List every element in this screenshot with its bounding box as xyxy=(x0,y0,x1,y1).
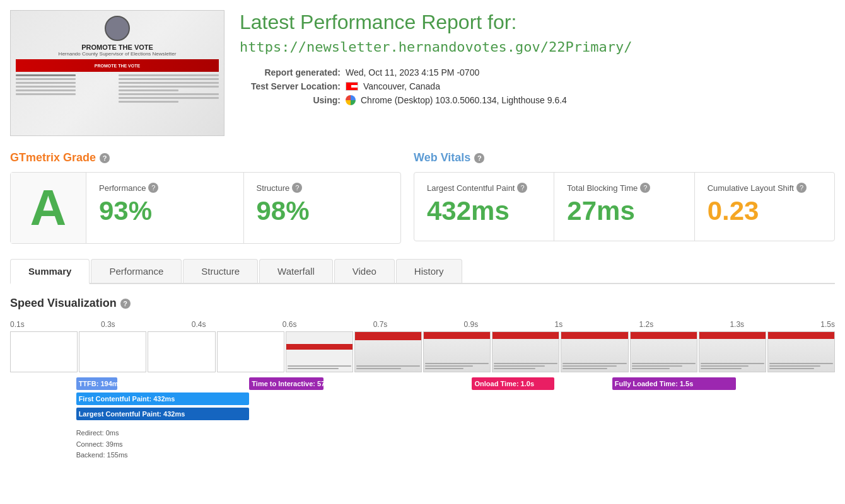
tab-structure[interactable]: Structure xyxy=(183,259,258,283)
webvitals-help-icon[interactable]: ? xyxy=(474,153,484,163)
report-location-row: Test Server Location: Vancouver, Canada xyxy=(240,81,835,91)
tl-07: 0.7s xyxy=(373,320,388,329)
grade-letter: A xyxy=(30,183,67,233)
redirect-detail: Redirect: 0ms xyxy=(76,428,128,439)
thumb-frame-2 xyxy=(79,331,146,372)
thumb-frame-7 xyxy=(423,331,491,372)
thumb-frame-4 xyxy=(217,331,284,372)
report-generated-row: Report generated: Wed, Oct 11, 2023 4:15… xyxy=(240,67,835,77)
tbt-label: Total Blocking Time ? xyxy=(567,183,681,193)
tl-12: 1.2s xyxy=(639,320,653,329)
chrome-icon xyxy=(346,95,356,105)
bar-tti: Time to Interactive: 570ms xyxy=(249,377,323,390)
tl-13: 1.3s xyxy=(730,320,744,329)
web-vitals-box: Largest Contentful Paint ? 432ms Total B… xyxy=(414,172,835,241)
thumb-frame-8 xyxy=(492,331,559,372)
speed-viz-title: Speed Visualization ? xyxy=(10,297,835,310)
speed-viz-section: Speed Visualization ? 0.1s 0.3s 0.4s 0.6… xyxy=(10,297,835,466)
lcp-label: Largest Contentful Paint ? xyxy=(427,183,541,193)
bar-flt: Fully Loaded Time: 1.5s xyxy=(612,377,736,390)
site-logo xyxy=(105,16,130,41)
report-info: Latest Performance Report for: https://n… xyxy=(240,10,835,105)
thumb-frame-9 xyxy=(561,331,628,372)
gtmetrix-help-icon[interactable]: ? xyxy=(100,153,110,163)
grades-section: GTmetrix Grade ? A Performance ? 93% Str… xyxy=(10,151,835,244)
backend-detail: Backend: 155ms xyxy=(76,450,128,461)
grade-box: A Performance ? 93% Structure ? 98% xyxy=(10,172,401,244)
thumb-frame-1 xyxy=(10,331,78,372)
bar-ttfb: TTFB: 194ms xyxy=(76,377,117,390)
cls-value: 0.23 xyxy=(708,198,822,224)
canada-flag-icon xyxy=(346,82,358,91)
cls-help-icon[interactable]: ? xyxy=(796,183,807,193)
performance-label: Performance ? xyxy=(99,183,231,193)
timing-bars-container: TTFB: 194ms First Contentful Paint: 432m… xyxy=(10,377,835,466)
gtmetrix-grade-panel: GTmetrix Grade ? A Performance ? 93% Str… xyxy=(10,151,401,244)
gtmetrix-panel-title: GTmetrix Grade ? xyxy=(10,151,401,164)
bar-onload: Onload Time: 1.0s xyxy=(472,377,554,390)
webvitals-title-text: Web Vitals xyxy=(414,151,470,164)
performance-metric: Performance ? 93% xyxy=(86,173,244,243)
bar-fcp: First Contentful Paint: 432ms xyxy=(76,392,250,405)
report-using-row: Using: Chrome (Desktop) 103.0.5060.134, … xyxy=(240,95,835,105)
thumbnails-row xyxy=(10,331,835,372)
structure-label: Structure ? xyxy=(257,183,388,193)
tl-01: 0.1s xyxy=(10,320,25,329)
location-label: Test Server Location: xyxy=(240,81,341,91)
performance-value: 93% xyxy=(99,198,231,224)
performance-help-icon[interactable]: ? xyxy=(148,183,158,193)
tl-03: 0.3s xyxy=(101,320,115,329)
tabs-section: Summary Performance Structure Waterfall … xyxy=(10,259,835,284)
grade-letter-section: A xyxy=(11,173,86,243)
lcp-value: 432ms xyxy=(427,198,541,224)
bar-lcp: Largest Contentful Paint: 432ms xyxy=(76,408,250,420)
tl-15: 1.5s xyxy=(820,320,835,329)
tl-10: 1s xyxy=(555,320,563,329)
grade-metrics: Performance ? 93% Structure ? 98% xyxy=(86,173,400,243)
tbt-help-icon[interactable]: ? xyxy=(640,183,650,193)
web-vitals-panel: Web Vitals ? Largest Contentful Paint ? … xyxy=(414,151,835,244)
cls-label: Cumulative Layout Shift ? xyxy=(708,183,822,193)
tl-04: 0.4s xyxy=(192,320,206,329)
gtmetrix-title-text: GTmetrix Grade xyxy=(10,151,96,164)
cls-metric: Cumulative Layout Shift ? 0.23 xyxy=(695,173,834,241)
tbt-metric: Total Blocking Time ? 27ms xyxy=(554,173,694,241)
header-section: PROMOTE THE VOTE Hernando County Supervi… xyxy=(10,10,835,136)
tab-performance[interactable]: Performance xyxy=(91,259,182,283)
tab-video[interactable]: Video xyxy=(334,259,395,283)
generated-label: Report generated: xyxy=(240,67,341,77)
report-title: Latest Performance Report for: xyxy=(240,10,835,34)
using-value: Chrome (Desktop) 103.0.5060.134, Lightho… xyxy=(361,95,567,105)
tab-history[interactable]: History xyxy=(396,259,462,283)
thumb-frame-12 xyxy=(767,331,835,372)
webvitals-panel-title: Web Vitals ? xyxy=(414,151,835,164)
tab-summary[interactable]: Summary xyxy=(10,259,90,284)
lcp-metric: Largest Contentful Paint ? 432ms xyxy=(414,173,554,241)
thumb-frame-11 xyxy=(699,331,766,372)
structure-help-icon[interactable]: ? xyxy=(292,183,302,193)
tl-09: 0.9s xyxy=(464,320,479,329)
thumb-frame-3 xyxy=(148,331,215,372)
site-title: PROMOTE THE VOTE xyxy=(81,43,153,51)
timeline-labels: 0.1s 0.3s 0.4s 0.6s 0.7s 0.9s 1s 1.2s 1.… xyxy=(10,320,835,329)
thumb-frame-6 xyxy=(354,331,422,372)
lcp-help-icon[interactable]: ? xyxy=(517,183,527,193)
report-meta: Report generated: Wed, Oct 11, 2023 4:15… xyxy=(240,67,835,105)
tl-06: 0.6s xyxy=(283,320,297,329)
site-banner: PROMOTE THE VOTE xyxy=(16,59,219,72)
site-subtitle: Hernando County Supervisor of Elections … xyxy=(59,51,177,57)
structure-value: 98% xyxy=(257,198,388,224)
generated-value: Wed, Oct 11, 2023 4:15 PM -0700 xyxy=(346,67,479,77)
connect-detail: Connect: 39ms xyxy=(76,439,128,450)
tab-waterfall[interactable]: Waterfall xyxy=(259,259,333,283)
location-value: Vancouver, Canada xyxy=(363,81,440,91)
using-label: Using: xyxy=(240,95,341,105)
report-url: https://newsletter.hernandovotes.gov/22P… xyxy=(240,39,835,55)
structure-metric: Structure ? 98% xyxy=(244,173,401,243)
thumb-frame-5 xyxy=(286,331,353,372)
speed-viz-help-icon[interactable]: ? xyxy=(120,299,131,309)
timing-details: Redirect: 0ms Connect: 39ms Backend: 155… xyxy=(76,428,128,461)
screenshot-thumbnail: PROMOTE THE VOTE Hernando County Supervi… xyxy=(10,10,224,136)
tbt-value: 27ms xyxy=(567,198,681,224)
tabs-list: Summary Performance Structure Waterfall … xyxy=(10,259,835,283)
